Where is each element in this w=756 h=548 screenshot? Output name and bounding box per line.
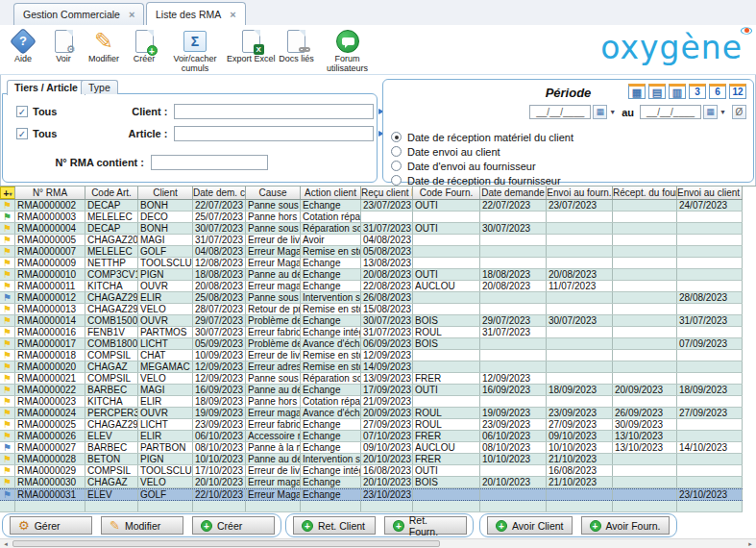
footer-button-cr-er[interactable]: +Créer [192, 516, 275, 535]
radio-option-0[interactable]: Date de réception matériel du client [391, 130, 573, 144]
date-from-dropdown-icon[interactable]: ▼ [609, 109, 616, 115]
window-tab-gestion-commerciale[interactable]: Gestion Commerciale× [13, 3, 144, 25]
table-row[interactable]: ⚑RMA0000003MELELECDECO25/07/2023Panne ho… [0, 212, 743, 223]
radio-button-icon[interactable] [391, 161, 402, 171]
table-cell [413, 246, 480, 257]
footer-button-avoir-client[interactable]: +Avoir Client [487, 516, 573, 535]
column-header-4[interactable]: Cause [246, 187, 301, 199]
date-to-calendar-icon[interactable]: ▦ [703, 105, 718, 119]
table-row[interactable]: ⚑RMA0000013CHAGAZ29VELO28/07/2023Retour … [0, 304, 743, 315]
column-header-11[interactable]: Envoi au client le [677, 187, 743, 199]
radio-option-2[interactable]: Date d'envoi au fournisseur [391, 159, 573, 173]
calendar-month-icon[interactable]: ▥ [669, 84, 686, 99]
preset-12-months-button[interactable]: 12 [729, 84, 746, 99]
footer-button-avoir-fourn-[interactable]: +Avoir Fourn. [581, 516, 670, 535]
table-row[interactable]: ⚑RMA0000030CHAGAZVELO20/10/2023Erreur ma… [0, 477, 743, 488]
table-cell: 31/07/2023 [480, 327, 547, 337]
tous-article-checkbox[interactable]: ✓ [16, 128, 28, 139]
table-cell [613, 350, 677, 361]
table-row[interactable]: ⚑RMA0000012CHAGAZ29ELIR25/08/2023Panne s… [0, 292, 743, 304]
date-to-input[interactable]: __/__/____ [640, 105, 701, 119]
client-input[interactable] [174, 104, 374, 119]
table-cell: FRER [413, 454, 480, 464]
column-header-10[interactable]: Récept. du fourn [613, 187, 677, 199]
table-row[interactable]: ⚑RMA0000014COMB1500OUVR29/07/2023Problèm… [0, 315, 743, 327]
toolbar-button-docs-li-s[interactable]: Docs liés [278, 28, 316, 64]
column-header-3[interactable]: Date dem. cli [193, 187, 246, 199]
table-row[interactable]: ⚑RMA0000002DECAPBONH22/07/2023Panne sous… [0, 200, 743, 212]
column-header-2[interactable]: Client [138, 187, 193, 199]
toolbar-button-forum-utilisateurs[interactable]: Forum utilisateurs [318, 28, 378, 74]
scroll-right-icon[interactable]: ▸ [744, 539, 756, 548]
table-row[interactable]: ⚑RMA0000009NETTHPTOOLSCLUB12/08/2023Erre… [0, 258, 743, 269]
column-header-7[interactable]: Code Fourn. [413, 187, 480, 199]
radio-button-icon[interactable] [391, 146, 402, 157]
footer-button-modifier[interactable]: ✎Modifier [101, 516, 183, 535]
table-cell: Panne au déballa [246, 269, 301, 280]
clear-dates-button[interactable]: Ø [732, 105, 746, 119]
table-cell: COMPSIL [85, 373, 138, 384]
table-row[interactable]: ⚑RMA0000017COMB1800LICHT05/09/2023Problè… [0, 338, 743, 350]
toolbar-button-aide[interactable]: ?Aide [4, 28, 42, 64]
table-row[interactable]: ⚑RMA0000010COMP3CV10PIGN18/08/2023Panne … [0, 269, 743, 281]
table-row[interactable]: ⚑RMA0000024PERCPER3OUVR19/09/2023Erreur … [0, 408, 743, 419]
scroll-left-icon[interactable]: ◂ [0, 539, 12, 548]
toolbar-button-voir-cacher-cumuls[interactable]: ΣVoir/cacher cumuls [165, 28, 225, 74]
column-header-9[interactable]: Envoi au fourn. [547, 187, 613, 199]
column-header-6[interactable]: Reçu client le [361, 187, 413, 199]
date-from-input[interactable]: __/__/____ [529, 105, 591, 119]
horizontal-scrollbar[interactable]: ◂ ▸ [0, 538, 756, 548]
preset-3-months-button[interactable]: 3 [689, 84, 706, 99]
table-row[interactable]: ⚑RMA0000020CHAGAZMEGAMAC12/09/2023Erreur… [0, 361, 743, 373]
table-row[interactable]: ⚑RMA0000023KITCHAELIR18/09/2023Panne hor… [0, 396, 743, 408]
table-row[interactable]: ⚑RMA0000021COMPSILVELO12/09/2023Panne so… [0, 373, 743, 385]
article-input[interactable] [174, 126, 374, 141]
rma-contains-input[interactable] [151, 155, 268, 170]
close-tab-icon[interactable]: × [129, 9, 134, 20]
column-header-5[interactable]: Action client [301, 187, 361, 199]
date-from-calendar-icon[interactable]: ▦ [593, 105, 607, 119]
toolbar-button-modifier[interactable]: ✎Modifier [85, 28, 123, 64]
radio-label: Date envoi au client [407, 146, 500, 158]
client-label: Client : [110, 106, 167, 117]
footer-button-ret-client[interactable]: +Ret. Client [293, 516, 376, 535]
footer-button-ret-fourn-[interactable]: +Ret. Fourn. [384, 516, 467, 535]
tous-client-checkbox[interactable]: ✓ [16, 106, 28, 117]
radio-option-1[interactable]: Date envoi au client [391, 144, 573, 159]
table-cell: 29/07/2023 [193, 315, 246, 326]
table-row[interactable]: ⚑RMA0000029COMPSILTOOLSCLUB17/10/2023Err… [0, 465, 743, 477]
scrollbar-thumb[interactable] [12, 540, 440, 547]
calendar-day-icon[interactable]: ▦ [628, 84, 646, 99]
window-tab-liste-des-rma[interactable]: Liste des RMA× [146, 2, 246, 25]
date-to-dropdown-icon[interactable]: ▼ [719, 109, 726, 115]
table-row[interactable]: ⚑RMA0000016FENB1VPARTMOS30/07/2023Erreur… [0, 327, 743, 338]
table-row[interactable]: ⚑RMA0000026ELEVELIR06/10/2023Accessoire … [0, 431, 743, 442]
toolbar-button-voir[interactable]: ⚙Voir [44, 28, 83, 64]
column-header-0[interactable]: N° RMA [15, 187, 85, 199]
table-row[interactable]: ⚑RMA0000027BARBECPARTBON08/10/2023Panne … [0, 442, 743, 454]
toolbar-button-export-excel[interactable]: XExport Excel [227, 28, 276, 64]
column-header-1[interactable]: Code Art. [85, 187, 138, 199]
table-row[interactable]: ⚑RMA0000031ELEVGOLF22/10/2023Erreur Maga… [0, 488, 743, 501]
toolbar-button-cr-er[interactable]: +Créer [125, 28, 163, 64]
table-cell: Problème de trans [246, 338, 301, 349]
footer-button-g-rer[interactable]: ⚙Gérer [10, 516, 92, 535]
table-row[interactable]: ⚑RMA0000007MELELECGOLF04/08/2023Erreur M… [0, 246, 743, 258]
filter-tab-tiers-article[interactable]: Tiers / Article [7, 80, 85, 95]
table-row[interactable]: ⚑RMA0000005CHAGAZ20MAGI31/07/2023Erreur … [0, 235, 743, 246]
table-row[interactable]: ⚑RMA0000025CHAGAZ29LICHT23/09/2023Erreur… [0, 419, 743, 431]
table-row[interactable]: ⚑RMA0000004DECAPBONH30/07/2023Panne sous… [0, 223, 743, 235]
table-row[interactable]: ⚑RMA0000011KITCHAOUVR20/08/2023Erreur ma… [0, 281, 743, 292]
table-row[interactable]: ⚑RMA0000028BETONPIGN10/10/2023Panne au d… [0, 454, 743, 465]
radio-button-icon[interactable] [391, 132, 402, 142]
close-tab-icon[interactable]: × [230, 9, 235, 20]
add-column-button[interactable]: +▾ [0, 187, 15, 199]
table-row[interactable]: ⚑RMA0000022BARBECMAGI16/09/2023Panne au … [0, 385, 743, 396]
calendar-week-icon[interactable]: ▤ [648, 84, 666, 99]
table-cell: 20/10/2023 [361, 477, 413, 487]
radio-button-icon[interactable] [391, 175, 402, 186]
column-header-8[interactable]: Date demande [480, 187, 547, 199]
filter-tab-type[interactable]: Type [81, 80, 118, 94]
preset-6-months-button[interactable]: 6 [709, 84, 726, 99]
table-row[interactable]: ⚑RMA0000018COMPSILCHAT10/09/2023Erreur d… [0, 350, 743, 361]
